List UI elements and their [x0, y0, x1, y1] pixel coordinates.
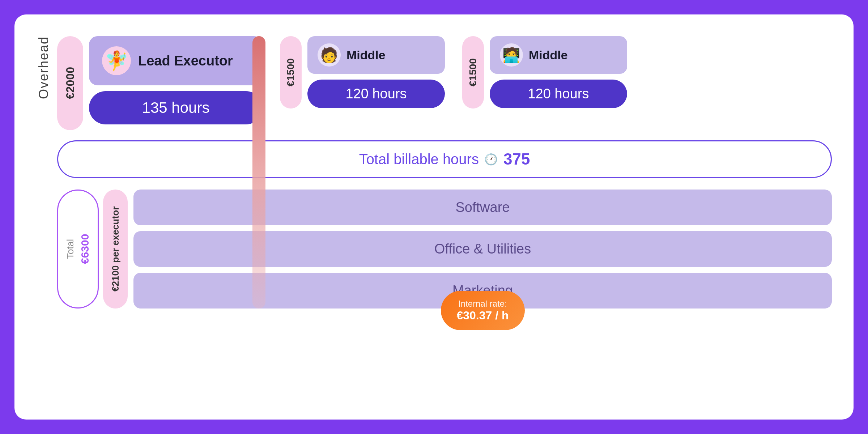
- main-card: Overhead €2000 🧚: [14, 14, 854, 420]
- lead-role-card: 🧚 Lead Executor: [89, 36, 263, 85]
- middle1-price-pill: €1500: [280, 36, 302, 109]
- overhead-total-pill: Total €6300: [57, 190, 99, 309]
- full-layout: Overhead €2000 🧚: [36, 36, 832, 391]
- middle1-column: €1500 🧑 Middle 120 hours: [280, 36, 445, 109]
- right-main: €2000 🧚 Lead Executor 135 hours: [57, 36, 832, 309]
- lead-title: Lead Executor: [138, 53, 233, 69]
- middle2-role-card: 🧑‍💻 Middle: [490, 36, 627, 74]
- middle1-role-card: 🧑 Middle: [307, 36, 445, 74]
- overhead-items: Software Office & Utilities Marketing In…: [133, 190, 832, 309]
- middle1-hours: 120 hours: [307, 80, 445, 108]
- overhead-total-value: €6300: [79, 234, 91, 264]
- overhead-item-marketing: Marketing Internal rate: €30.37 / h: [133, 273, 832, 309]
- total-bar-label: Total billable hours: [359, 151, 479, 167]
- middle2-column: €1500 🧑‍💻 Middle 120 hours: [462, 36, 627, 109]
- internal-rate-value: €30.37 / h: [456, 309, 509, 322]
- overhead-item-software: Software: [133, 190, 832, 225]
- lead-hours: 135 hours: [89, 91, 263, 124]
- lead-price-pill: €2000: [57, 36, 83, 130]
- middle1-avatar: 🧑: [318, 43, 341, 67]
- internal-rate-badge: Internal rate: €30.37 / h: [441, 291, 524, 330]
- overhead-label: Overhead: [36, 36, 51, 99]
- internal-rate-label: Internal rate:: [456, 299, 509, 309]
- middle2-avatar: 🧑‍💻: [500, 43, 523, 67]
- lead-executor-column: €2000 🧚 Lead Executor 135 hours: [57, 36, 263, 130]
- middle2-hours: 120 hours: [490, 80, 627, 108]
- total-billable-bar: Total billable hours 🕐 375: [57, 140, 832, 178]
- middle2-price-pill: €1500: [462, 36, 484, 109]
- overhead-item-office: Office & Utilities: [133, 231, 832, 267]
- clock-icon: 🕐: [485, 153, 498, 166]
- overhead-per-pill: €2100 per executor: [103, 190, 128, 309]
- overhead-total-label: Total: [65, 239, 76, 259]
- middle2-title: Middle: [529, 48, 568, 62]
- overhead-pills: Total €6300 €2100 per executor: [57, 190, 128, 309]
- middle1-title: Middle: [346, 48, 386, 62]
- overhead-outer-label: Overhead: [36, 36, 51, 99]
- lead-avatar: 🧚: [102, 46, 131, 75]
- total-bar-value: 375: [503, 150, 530, 168]
